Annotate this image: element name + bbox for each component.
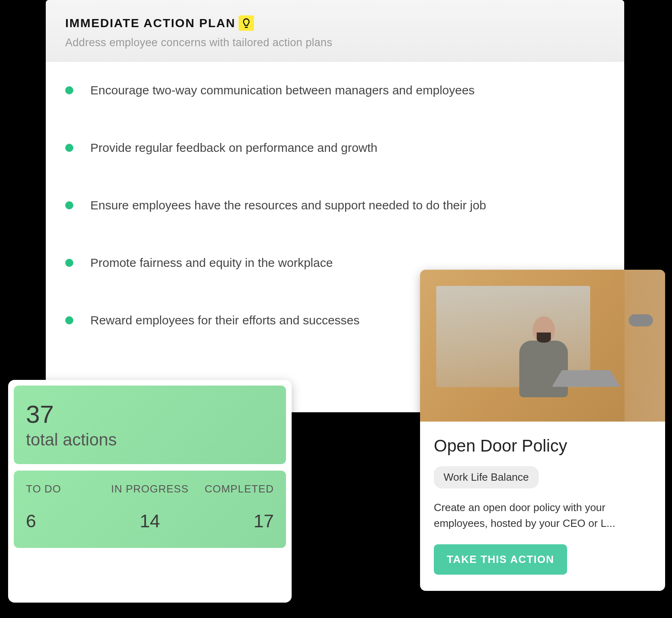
stat-title: COMPLETED (191, 483, 274, 495)
panel-title: IMMEDIATE ACTION PLAN (65, 16, 235, 30)
plan-text: Encourage two-way communication between … (90, 82, 475, 99)
bullet-icon (65, 144, 73, 152)
panel-header: IMMEDIATE ACTION PLAN Address employee c… (46, 0, 624, 62)
plan-item: Provide regular feedback on performance … (65, 139, 605, 156)
plan-text: Reward employees for their efforts and s… (90, 312, 360, 329)
action-description: Create an open door policy with your emp… (434, 500, 651, 531)
stats-card: 37 total actions TO DO 6 IN PROGRESS 14 … (8, 380, 292, 603)
bullet-icon (65, 86, 73, 94)
stat-title: IN PROGRESS (109, 483, 191, 495)
plan-item: Promote fairness and equity in the workp… (65, 254, 605, 271)
action-image (420, 270, 665, 422)
stats-breakdown: TO DO 6 IN PROGRESS 14 COMPLETED 17 (14, 471, 286, 548)
plan-text: Ensure employees have the resources and … (90, 197, 486, 214)
stat-completed: COMPLETED 17 (191, 483, 274, 532)
stat-value: 6 (26, 511, 109, 532)
plan-text: Promote fairness and equity in the workp… (90, 254, 333, 271)
take-action-button[interactable]: TAKE THIS ACTION (434, 544, 567, 575)
bullet-icon (65, 259, 73, 267)
panel-subtitle: Address employee concerns with tailored … (65, 36, 605, 49)
action-content: Open Door Policy Work Life Balance Creat… (420, 422, 665, 591)
bullet-icon (65, 201, 73, 209)
stat-value: 14 (109, 511, 191, 532)
stat-todo: TO DO 6 (26, 483, 109, 532)
stats-total-label: total actions (26, 430, 274, 450)
action-title: Open Door Policy (434, 436, 651, 456)
stat-value: 17 (191, 511, 274, 532)
plan-item: Ensure employees have the resources and … (65, 197, 605, 214)
stat-title: TO DO (26, 483, 109, 495)
stats-total-block: 37 total actions (14, 386, 286, 464)
plan-item: Encourage two-way communication between … (65, 82, 605, 99)
stats-total-value: 37 (26, 402, 274, 427)
lightbulb-icon (239, 15, 254, 31)
stat-in-progress: IN PROGRESS 14 (109, 483, 191, 532)
panel-title-row: IMMEDIATE ACTION PLAN (65, 15, 605, 31)
action-tag: Work Life Balance (434, 466, 539, 488)
bullet-icon (65, 316, 73, 324)
plan-text: Provide regular feedback on performance … (90, 139, 378, 156)
action-card[interactable]: Open Door Policy Work Life Balance Creat… (420, 270, 665, 591)
